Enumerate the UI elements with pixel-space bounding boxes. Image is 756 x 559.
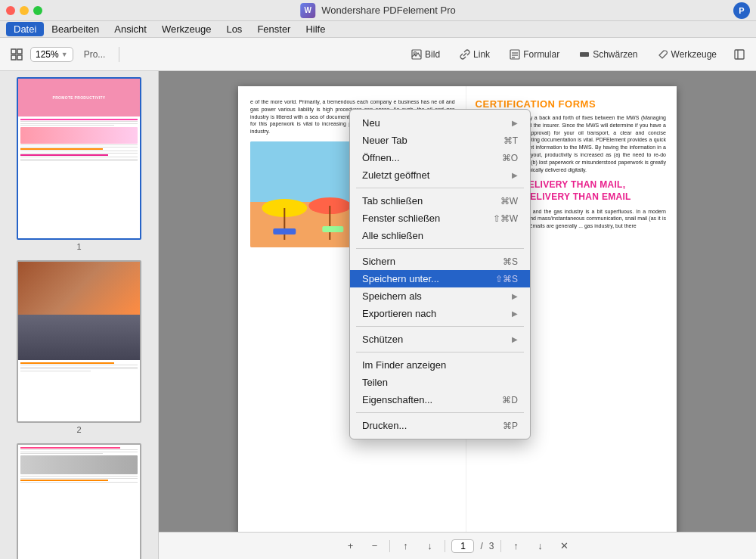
menu-exportieren-nach[interactable]: Exportieren nach ▶	[350, 305, 530, 322]
menu-item-fenster[interactable]: Fenster	[249, 22, 298, 36]
bottom-bar: + − ↑ ↓ / 3 ↑ ↓ ✕	[159, 532, 756, 559]
zoom-control[interactable]: 125% ▼	[30, 47, 73, 62]
menu-item-ansicht[interactable]: Ansicht	[107, 22, 154, 36]
menu-item-datei[interactable]: Datei	[6, 22, 44, 36]
menu-eigenschaften[interactable]: Eigenschaften... ⌘D	[350, 391, 530, 408]
menu-tab-schliessen[interactable]: Tab schließen ⌘W	[350, 192, 530, 210]
menu-im-finder[interactable]: Im Finder anzeigen	[350, 356, 530, 374]
page-number-input[interactable]	[451, 539, 474, 553]
toolbar-left-group: 125% ▼	[6, 44, 73, 65]
thumb-img-block	[20, 127, 138, 144]
menu-sep-4	[356, 352, 524, 352]
page-thumbnail-3[interactable]: 3	[17, 443, 141, 559]
bottom-sep-2	[445, 540, 445, 552]
thumb-photo-2	[18, 262, 140, 315]
menu-item-los[interactable]: Los	[218, 22, 249, 36]
svg-rect-2	[11, 55, 16, 60]
menu-speichern-als[interactable]: Speichern als ▶	[350, 287, 530, 305]
image-tool-label: Bild	[425, 49, 440, 60]
thumb-line	[20, 153, 138, 154]
thumb-header-1: PROMOTE PRODUCTIVITY	[18, 79, 140, 116]
thumb-line	[20, 147, 138, 148]
menu-drucken[interactable]: Drucken... ⌘P	[350, 417, 530, 434]
menu-section-5: Im Finder anzeigen Teilen Eigenschaften.…	[350, 355, 530, 410]
thumb-body-3	[18, 445, 140, 559]
menu-fenster-schliessen[interactable]: Fenster schließen ⇧⌘W	[350, 210, 530, 227]
svg-rect-10	[580, 52, 589, 57]
page-num-2: 2	[17, 425, 141, 434]
bottom-sep-3	[500, 540, 501, 552]
menu-speichern-unter[interactable]: Speichern unter... ⇧⌘S	[350, 270, 530, 287]
thumb-line	[20, 480, 108, 481]
zoom-in-btn[interactable]: +	[341, 537, 359, 555]
thumb-line	[20, 151, 138, 151]
download-btn[interactable]: ↓	[420, 537, 438, 555]
thumb-line	[20, 482, 138, 483]
menu-zuletzt-geoeffnet[interactable]: Zuletzt geöffnet ▶	[350, 166, 530, 184]
thumb-title-1: PROMOTE PRODUCTIVITY	[53, 95, 106, 100]
image-tool-btn[interactable]: Bild	[404, 46, 448, 63]
close-button[interactable]	[6, 6, 15, 15]
pdf-filename: Pro...	[78, 49, 112, 60]
form-tool-btn[interactable]: Formular	[502, 46, 567, 63]
thumb-line	[20, 159, 138, 160]
thumb-line	[20, 367, 138, 368]
thumb-line	[20, 157, 138, 157]
page-total-separator: /	[480, 541, 482, 551]
thumb-line	[20, 368, 138, 369]
link-tool-btn[interactable]: Link	[452, 46, 497, 63]
thumb-body-1	[18, 116, 140, 238]
thumb-line	[20, 119, 138, 120]
menu-item-hilfe[interactable]: Hilfe	[298, 22, 333, 36]
toolbar-right-group: Bild Link Formular Schwärzen Werkzeuge	[404, 44, 750, 65]
toolbar: 125% ▼ Pro... Bild Link Formular Schwärz…	[0, 38, 756, 71]
redact-tool-btn[interactable]: Schwärzen	[572, 46, 645, 63]
svg-rect-21	[273, 228, 296, 234]
menu-schuetzen[interactable]: Schützen ▶	[350, 331, 530, 348]
thumb-line	[20, 362, 114, 364]
zoom-out-btn[interactable]: −	[365, 537, 383, 555]
title-bar-center: W Wondershare PDFelement Pro	[300, 3, 456, 18]
thumb-img-3	[20, 455, 138, 474]
dropdown-menu[interactable]: Neu ▶ Neuer Tab ⌘T Öffnen... ⌘O Zuletzt …	[349, 109, 531, 439]
content-area: e of the more vorld. Primarily, a tremen…	[159, 71, 756, 559]
title-bar-left	[6, 6, 57, 15]
menu-item-bearbeiten[interactable]: Bearbeiten	[44, 22, 107, 36]
traffic-lights	[6, 6, 42, 15]
menu-neu[interactable]: Neu ▶	[350, 114, 530, 132]
pdf-section-title-1: CERTIFICATION FORMS	[476, 98, 666, 110]
tools-btn[interactable]: Werkzeuge	[650, 46, 724, 63]
thumb-line	[20, 478, 138, 479]
thumb-line	[20, 148, 103, 150]
menu-teilen[interactable]: Teilen	[350, 374, 530, 391]
toolbar-separator-1	[119, 47, 119, 62]
thumb-image-1: PROMOTE PRODUCTIVITY	[17, 77, 141, 240]
scroll-up-btn[interactable]: ↑	[396, 537, 414, 555]
menu-alle-schliessen[interactable]: Alle schließen	[350, 227, 530, 244]
user-avatar[interactable]: P	[733, 2, 750, 19]
thumb-line	[20, 371, 91, 371]
thumb-line	[20, 453, 103, 454]
menu-neuer-tab[interactable]: Neuer Tab ⌘T	[350, 132, 530, 149]
thumb-line	[20, 476, 138, 477]
maximize-button[interactable]	[33, 6, 42, 15]
prev-page-btn[interactable]: ↑	[507, 537, 525, 555]
next-page-btn[interactable]: ↓	[531, 537, 550, 555]
thumb-line	[20, 121, 138, 122]
page-thumbnail-1[interactable]: PROMOTE PRODUCTIVITY	[17, 77, 141, 251]
menu-oeffnen[interactable]: Öffnen... ⌘O	[350, 149, 530, 166]
collapse-btn[interactable]	[729, 44, 750, 65]
menu-bar: Datei Bearbeiten Ansicht Werkzeuge Los F…	[0, 21, 756, 38]
menu-item-werkzeuge[interactable]: Werkzeuge	[154, 22, 219, 36]
thumb-line	[20, 125, 114, 126]
thumb-line	[20, 449, 138, 450]
menu-sichern[interactable]: Sichern ⌘S	[350, 253, 530, 270]
svg-rect-3	[17, 55, 22, 60]
page-thumbnail-2[interactable]: 2	[17, 260, 141, 434]
minimize-button[interactable]	[20, 6, 29, 15]
layout-icon-btn[interactable]	[6, 44, 27, 65]
thumb-image-3	[17, 443, 141, 559]
close-fullscreen-btn[interactable]: ✕	[556, 537, 574, 555]
page-total: 3	[489, 541, 494, 551]
main-area: PROMOTE PRODUCTIVITY	[0, 71, 756, 559]
